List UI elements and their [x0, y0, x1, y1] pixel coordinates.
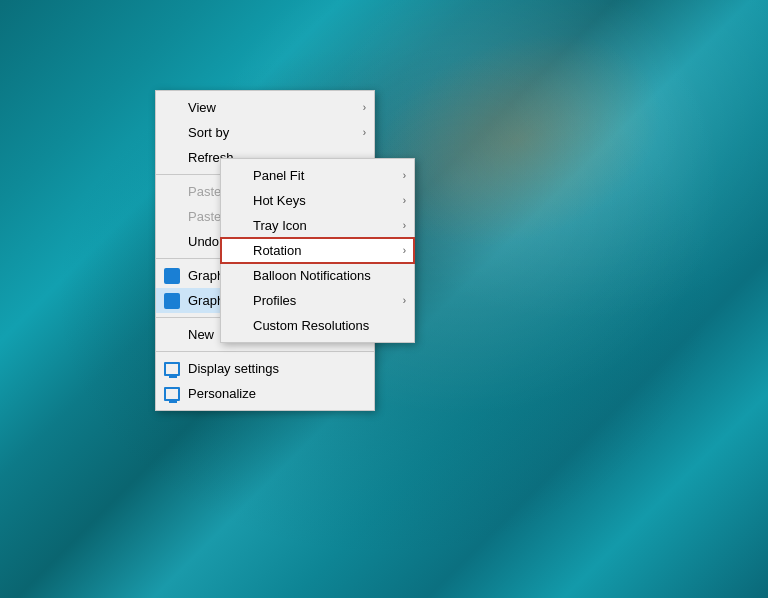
sort-by-label: Sort by: [188, 125, 229, 140]
submenu-item-tray-icon[interactable]: Tray Icon ›: [221, 213, 414, 238]
personalize-label: Personalize: [188, 386, 256, 401]
panel-fit-arrow: ›: [403, 170, 406, 181]
profiles-label: Profiles: [253, 293, 296, 308]
view-label: View: [188, 100, 216, 115]
submenu-item-hot-keys[interactable]: Hot Keys ›: [221, 188, 414, 213]
sort-by-arrow: ›: [363, 127, 366, 138]
hot-keys-arrow: ›: [403, 195, 406, 206]
custom-resolutions-label: Custom Resolutions: [253, 318, 369, 333]
submenu-item-profiles[interactable]: Profiles ›: [221, 288, 414, 313]
personalize-icon: [162, 384, 182, 404]
panel-fit-label: Panel Fit: [253, 168, 304, 183]
hot-keys-label: Hot Keys: [253, 193, 306, 208]
rotation-label: Rotation: [253, 243, 301, 258]
profiles-arrow: ›: [403, 295, 406, 306]
submenu-item-balloon-notifications[interactable]: Balloon Notifications: [221, 263, 414, 288]
menu-item-sort-by[interactable]: Sort by ›: [156, 120, 374, 145]
display-settings-label: Display settings: [188, 361, 279, 376]
new-label: New: [188, 327, 214, 342]
menu-item-display-settings[interactable]: Display settings: [156, 356, 374, 381]
rotation-arrow: ›: [403, 245, 406, 256]
view-arrow: ›: [363, 102, 366, 113]
paste-label: Paste: [188, 184, 221, 199]
display-settings-icon: [162, 359, 182, 379]
menu-item-view[interactable]: View ›: [156, 95, 374, 120]
submenu-item-custom-resolutions[interactable]: Custom Resolutions: [221, 313, 414, 338]
graphics-properties-icon: [162, 266, 182, 286]
balloon-notifications-label: Balloon Notifications: [253, 268, 371, 283]
submenu-item-panel-fit[interactable]: Panel Fit ›: [221, 163, 414, 188]
submenu-container: Panel Fit › Hot Keys › Tray Icon › Rotat…: [220, 158, 415, 343]
menu-item-personalize[interactable]: Personalize: [156, 381, 374, 406]
divider-4: [156, 351, 374, 352]
tray-icon-label: Tray Icon: [253, 218, 307, 233]
graphics-options-submenu: Panel Fit › Hot Keys › Tray Icon › Rotat…: [220, 158, 415, 343]
submenu-item-rotation[interactable]: Rotation ›: [221, 238, 414, 263]
tray-icon-arrow: ›: [403, 220, 406, 231]
graphics-options-icon: [162, 291, 182, 311]
